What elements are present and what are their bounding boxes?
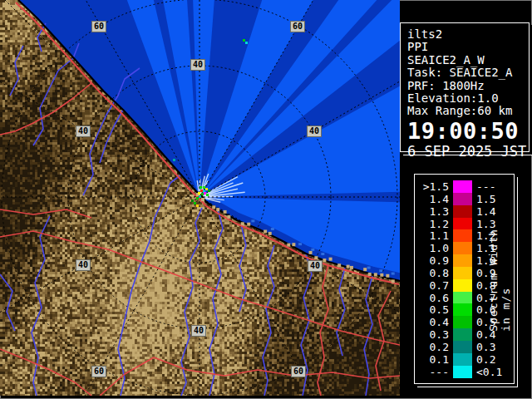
legend-row: 1.3 1.4 xyxy=(415,205,514,218)
ring-label: 60 xyxy=(91,366,106,377)
ring-label: 60 xyxy=(290,21,305,32)
ring-label: 40 xyxy=(307,126,322,137)
radar-site-id: ilts2 xyxy=(407,28,524,41)
legend-upper-bound: 0.8 xyxy=(415,267,453,279)
legend-color-swatch xyxy=(453,180,472,193)
legend-color-swatch xyxy=(453,242,472,254)
color-scale-legend: >1.5 --- 1.4 1.5 1.3 1.4 1.2 1.3 1.1 1.2 xyxy=(414,174,515,384)
legend-lower-bound: 1.5 xyxy=(472,193,495,205)
status-info-panel: ilts2 PPI SEAICE2_A_W Task: SEAICE2_A PR… xyxy=(400,22,530,152)
prf-value: PRF: 1800Hz xyxy=(407,80,524,92)
legend-row: 1.4 1.5 xyxy=(415,193,514,205)
legend-upper-bound: 0.7 xyxy=(415,279,453,292)
legend-upper-bound: 0.3 xyxy=(415,328,453,341)
elevation-value: Elevation:1.0 xyxy=(407,92,524,105)
legend-color-swatch xyxy=(453,316,472,328)
legend-upper-bound: >1.5 xyxy=(415,180,453,193)
ring-label: 60 xyxy=(91,21,106,32)
ring-label: 40 xyxy=(191,325,206,337)
legend-color-swatch xyxy=(453,218,472,230)
task-name: Task: SEAICE2_A xyxy=(407,66,524,79)
radar-app-window: 60604040404040406060 ilts2 PPI SEAICE2_A… xyxy=(0,0,532,399)
ring-label: 40 xyxy=(190,59,205,71)
legend-row: --- <0.1 xyxy=(415,366,514,378)
legend-upper-bound: 1.4 xyxy=(415,193,453,205)
legend-upper-bound: 0.2 xyxy=(415,341,453,353)
legend-row: 0.1 0.2 xyxy=(415,353,514,366)
legend-color-swatch xyxy=(453,193,472,205)
legend-color-swatch xyxy=(453,328,472,341)
legend-title: Spectrum Width in m/s xyxy=(487,227,512,332)
legend-upper-bound: --- xyxy=(415,366,453,378)
ring-label: 40 xyxy=(308,260,323,272)
legend-upper-bound: 0.4 xyxy=(415,316,453,328)
legend-upper-bound: 0.1 xyxy=(415,353,453,366)
legend-color-swatch xyxy=(453,205,472,218)
legend-row: 0.2 0.3 xyxy=(415,341,514,353)
legend-color-swatch xyxy=(453,267,472,279)
clock-time: 19:00:50 xyxy=(407,119,524,144)
max-range-value: Max Range:60 km xyxy=(407,105,524,117)
legend-color-swatch xyxy=(453,353,472,366)
legend-color-swatch xyxy=(453,292,472,304)
legend-upper-bound: 0.6 xyxy=(415,292,453,304)
legend-color-swatch xyxy=(453,341,472,353)
legend-color-swatch xyxy=(453,229,472,242)
legend-upper-bound: 1.0 xyxy=(415,242,453,254)
legend-row: >1.5 --- xyxy=(415,180,514,193)
scan-mode: PPI xyxy=(407,41,524,53)
legend-lower-bound: <0.1 xyxy=(472,366,502,378)
ring-label: 40 xyxy=(76,126,91,137)
legend-color-swatch xyxy=(453,254,472,267)
ring-label: 60 xyxy=(291,366,306,377)
legend-color-swatch xyxy=(453,303,472,316)
ring-label: 40 xyxy=(76,259,91,271)
legend-color-swatch xyxy=(453,366,472,378)
clock-date: 6 SEP 2025 JST xyxy=(407,144,524,160)
legend-lower-bound: 0.2 xyxy=(472,353,495,366)
legend-lower-bound: --- xyxy=(472,180,495,193)
legend-lower-bound: 0.3 xyxy=(472,341,495,353)
legend-upper-bound: 0.5 xyxy=(415,303,453,316)
legend-upper-bound: 0.9 xyxy=(415,254,453,267)
legend-upper-bound: 1.3 xyxy=(415,205,453,218)
legend-upper-bound: 1.2 xyxy=(415,218,453,230)
legend-lower-bound: 1.4 xyxy=(472,205,495,218)
legend-upper-bound: 1.1 xyxy=(415,229,453,242)
product-name: SEAICE2_A_W xyxy=(407,54,524,66)
legend-color-swatch xyxy=(453,279,472,292)
